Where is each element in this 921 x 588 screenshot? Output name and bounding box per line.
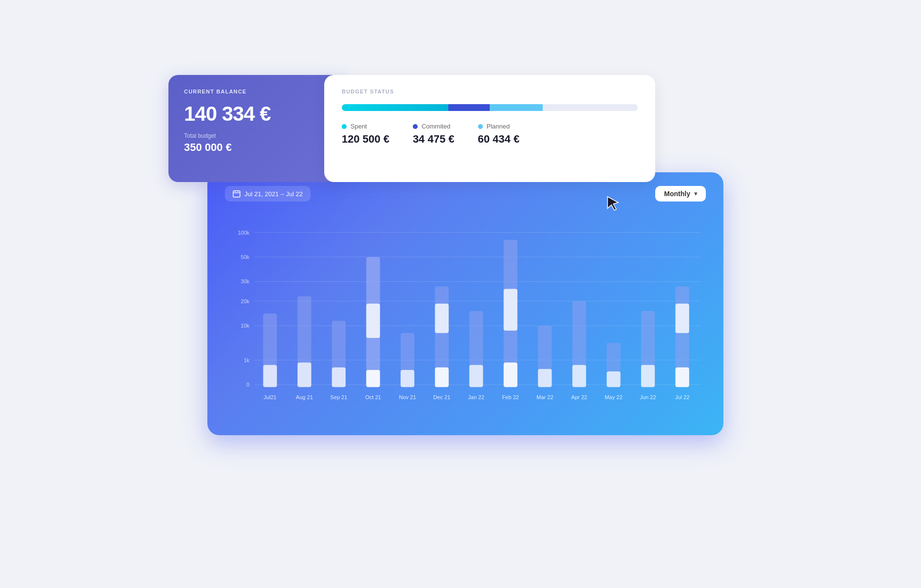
svg-rect-39	[469, 365, 483, 387]
svg-text:Jan 22: Jan 22	[468, 394, 484, 400]
date-range-button[interactable]: Jul 21, 2021 – Jul 22	[225, 186, 311, 202]
balance-card: CURRENT BALANCE 140 334 € Total budget 3…	[168, 75, 344, 182]
legend-value-spent: 120 500 €	[342, 133, 389, 146]
svg-text:Jul21: Jul21	[264, 394, 276, 400]
budget-card-title: BUDGET STATUS	[342, 89, 638, 94]
svg-text:50k: 50k	[241, 254, 250, 260]
svg-rect-59	[675, 368, 689, 387]
budget-card: BUDGET STATUS Spent 120 500 € Commited 3…	[324, 75, 655, 182]
svg-text:10k: 10k	[241, 323, 250, 329]
balance-total-label: Total budget	[184, 132, 328, 139]
svg-rect-29	[366, 370, 380, 387]
svg-rect-28	[366, 304, 380, 338]
balance-total-amount: 350 000 €	[184, 141, 328, 154]
svg-rect-35	[435, 304, 448, 333]
svg-rect-25	[332, 368, 346, 387]
monthly-label: Monthly	[664, 190, 690, 198]
svg-text:Jun 22: Jun 22	[640, 394, 656, 400]
bar-chart: 100k 50k 30k 20k 10k 1k 0 Jul21 Aug 21	[225, 211, 706, 421]
chart-card: Jul 21, 2021 – Jul 22 Monthly ▾ 100k 50k	[207, 172, 723, 435]
svg-text:Jul 22: Jul 22	[675, 394, 690, 400]
dot-spent	[342, 124, 347, 129]
main-container: CURRENT BALANCE 140 334 € Total budget 3…	[168, 75, 753, 513]
monthly-button[interactable]: Monthly ▾	[655, 186, 706, 202]
chart-header: Jul 21, 2021 – Jul 22 Monthly ▾	[225, 186, 706, 202]
svg-text:Feb 22: Feb 22	[502, 394, 519, 400]
svg-rect-22	[297, 363, 311, 387]
svg-text:0: 0	[246, 382, 249, 387]
svg-text:Apr 22: Apr 22	[571, 394, 588, 400]
chart-area: 100k 50k 30k 20k 10k 1k 0 Jul21 Aug 21	[225, 211, 706, 421]
budget-bar-committed	[448, 104, 490, 111]
dot-planned	[478, 124, 483, 129]
svg-rect-46	[538, 369, 552, 387]
svg-text:20k: 20k	[241, 298, 250, 304]
legend-item-committed: Commited 34 475 €	[413, 123, 455, 146]
legend-value-planned: 60 434 €	[478, 133, 520, 146]
svg-text:Dec 21: Dec 21	[433, 394, 450, 400]
svg-rect-58	[675, 304, 689, 333]
legend-label-spent: Spent	[342, 123, 389, 130]
svg-rect-19	[263, 365, 277, 387]
chevron-down-icon: ▾	[694, 190, 697, 197]
dot-committed	[413, 124, 418, 129]
svg-rect-36	[435, 368, 448, 387]
svg-text:100k: 100k	[238, 230, 249, 236]
svg-text:Oct 21: Oct 21	[365, 394, 381, 400]
legend-label-committed: Commited	[413, 123, 455, 130]
cursor-icon	[607, 196, 620, 214]
svg-rect-32	[401, 370, 414, 387]
calendar-icon	[233, 190, 240, 198]
legend-label-planned: Planned	[478, 123, 520, 130]
svg-text:Aug 21: Aug 21	[296, 394, 313, 400]
legend-value-committed: 34 475 €	[413, 133, 455, 146]
budget-bar-planned	[490, 104, 543, 111]
svg-rect-43	[504, 363, 517, 387]
date-range-label: Jul 21, 2021 – Jul 22	[244, 190, 303, 198]
svg-text:30k: 30k	[241, 278, 250, 284]
svg-rect-49	[572, 365, 586, 387]
svg-text:Nov 21: Nov 21	[399, 394, 416, 400]
legend-item-planned: Planned 60 434 €	[478, 123, 520, 146]
balance-card-title: CURRENT BALANCE	[184, 89, 328, 94]
svg-text:Sep 21: Sep 21	[330, 394, 347, 400]
budget-legend: Spent 120 500 € Commited 34 475 € Planne…	[342, 123, 638, 146]
svg-rect-55	[641, 365, 655, 387]
svg-rect-52	[607, 371, 620, 387]
svg-text:Mar 22: Mar 22	[536, 394, 553, 400]
balance-amount: 140 334 €	[184, 102, 328, 126]
budget-bar	[342, 104, 638, 111]
svg-rect-42	[504, 289, 517, 331]
svg-text:1k: 1k	[244, 357, 250, 363]
budget-bar-spent	[342, 104, 448, 111]
legend-item-spent: Spent 120 500 €	[342, 123, 389, 146]
svg-rect-0	[233, 191, 240, 197]
svg-text:May 22: May 22	[605, 394, 622, 400]
